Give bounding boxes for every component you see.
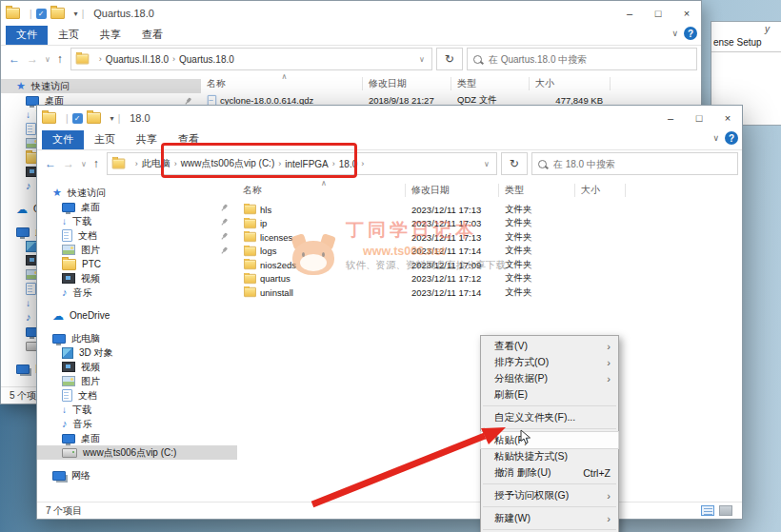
address-dropdown-icon[interactable]: ∨ xyxy=(416,55,428,64)
sidebar-item-music[interactable]: ♪音乐 xyxy=(37,286,237,300)
sidebar-item-onedrive[interactable]: ☁OneDrive xyxy=(37,308,237,323)
up-icon[interactable]: ↑ xyxy=(93,157,99,170)
recent-locations-icon[interactable]: ∨ xyxy=(45,55,50,64)
column-header-name[interactable]: 名称∧ xyxy=(237,184,406,197)
sidebar-item-music[interactable]: ♪音乐 xyxy=(37,417,237,431)
menu-item-paste-shortcut[interactable]: 粘贴快捷方式(S) xyxy=(481,448,618,464)
file-row[interactable]: uninstall 2023/12/11 17:14 文件夹 xyxy=(237,286,742,300)
back-icon[interactable]: ← xyxy=(45,157,56,170)
minimize-button[interactable]: – xyxy=(656,106,685,130)
refresh-icon[interactable]: ↻ xyxy=(436,48,463,70)
column-header-name[interactable]: 名称∧ xyxy=(201,77,363,90)
tab-file[interactable]: 文件 xyxy=(42,130,84,149)
new-folder-icon[interactable] xyxy=(87,112,101,124)
file-row[interactable]: quartus 2023/12/11 17:12 文件夹 xyxy=(237,272,742,286)
back-icon[interactable]: ← xyxy=(9,52,20,66)
file-row[interactable]: nios2eds 2023/12/11 17:09 文件夹 xyxy=(237,258,742,272)
menu-item-new[interactable]: 新建(W)› xyxy=(481,510,618,526)
sidebar-item-desktop[interactable]: 桌面 xyxy=(37,200,237,214)
tab-file[interactable]: 文件 xyxy=(6,26,48,45)
menu-item-group-by[interactable]: 分组依据(P)› xyxy=(481,370,618,386)
menu-item-give-access[interactable]: 授予访问权限(G)› xyxy=(481,487,618,503)
crumb-separator: › xyxy=(361,159,364,168)
column-header-date[interactable]: 修改日期 xyxy=(363,77,451,90)
up-icon[interactable]: ↑ xyxy=(57,52,63,66)
sidebar-item-c-drive[interactable]: www点ts006点vip (C:) xyxy=(37,445,237,460)
refresh-icon[interactable]: ↻ xyxy=(501,152,528,175)
tab-view[interactable]: 查看 xyxy=(131,26,173,45)
divider xyxy=(711,51,781,52)
file-row[interactable]: logs 2023/12/11 17:14 文件夹 xyxy=(237,245,742,259)
sidebar-item-ptc[interactable]: PTC xyxy=(37,257,237,271)
menu-item-customize-folder[interactable]: 自定义文件夹(F)... xyxy=(481,409,618,425)
separator: | xyxy=(30,9,32,19)
breadcrumb-item[interactable]: Quartus.II.18.0 xyxy=(106,54,169,65)
sidebar-item-videos[interactable]: 视频 xyxy=(37,271,237,286)
sidebar-item-this-pc[interactable]: 此电脑 xyxy=(37,331,237,345)
sidebar-item-quick-access[interactable]: ★快速访问 xyxy=(37,186,237,200)
new-folder-icon[interactable] xyxy=(50,8,65,19)
qat-dropdown-icon[interactable]: ▾ xyxy=(110,114,114,123)
sidebar-item-downloads[interactable]: ↓下载 xyxy=(37,214,237,228)
folder-icon xyxy=(244,260,256,269)
column-header-type[interactable]: 类型 xyxy=(451,77,530,90)
minimize-button[interactable]: – xyxy=(615,1,644,26)
folder-icon xyxy=(42,112,56,124)
recent-locations-icon[interactable]: ∨ xyxy=(81,160,87,168)
breadcrumb-item[interactable]: Quartus.18.0 xyxy=(179,54,234,65)
ribbon-collapse-icon[interactable]: ∨ xyxy=(712,133,719,143)
forward-icon[interactable]: → xyxy=(63,157,74,170)
properties-icon[interactable]: ✓ xyxy=(72,113,83,124)
help-icon[interactable]: ? xyxy=(725,131,738,145)
maximize-button[interactable]: □ xyxy=(644,1,672,26)
close-button[interactable]: × xyxy=(672,1,701,26)
tab-share[interactable]: 共享 xyxy=(90,26,131,45)
sidebar-item-pictures[interactable]: 图片 xyxy=(37,374,237,388)
help-icon[interactable]: ? xyxy=(684,27,697,40)
sidebar-item-pictures[interactable]: 图片 xyxy=(37,243,237,257)
file-row[interactable]: licenses 2023/12/11 17:13 文件夹 xyxy=(237,230,742,245)
submenu-arrow-icon: › xyxy=(607,513,611,524)
window-title: Quartus.18.0 xyxy=(93,8,154,19)
sidebar-item-documents[interactable]: 文档 xyxy=(37,228,237,243)
sidebar-item-videos[interactable]: 视频 xyxy=(37,360,237,374)
menu-item-paste[interactable]: 粘贴(P) xyxy=(481,432,618,448)
qat-dropdown-icon[interactable]: ▾ xyxy=(74,10,78,18)
file-row[interactable]: ip 2023/12/11 17:03 文件夹 xyxy=(237,217,742,231)
tab-home[interactable]: 主页 xyxy=(48,26,90,45)
address-bar[interactable]: › Quartus.II.18.0 › Quartus.18.0 ∨ xyxy=(70,48,432,70)
details-view-button[interactable] xyxy=(701,505,714,516)
search-input[interactable] xyxy=(487,53,691,66)
column-header-type[interactable]: 类型 xyxy=(499,184,575,197)
menu-item-sort-by[interactable]: 排序方式(O)› xyxy=(481,354,618,370)
sidebar-item-network[interactable]: 网络 xyxy=(37,468,237,483)
properties-icon[interactable]: ✓ xyxy=(36,9,47,19)
column-header-size[interactable]: 大小 xyxy=(575,184,626,197)
folder-icon xyxy=(244,205,256,214)
menu-item-view[interactable]: 查看(V)› xyxy=(481,338,618,354)
sidebar-item-quick-access[interactable]: ★快速访问 xyxy=(1,79,201,93)
ribbon-collapse-icon[interactable]: ∨ xyxy=(671,29,678,38)
forward-icon[interactable]: → xyxy=(27,52,38,66)
address-dropdown-icon[interactable]: ∨ xyxy=(481,160,492,168)
column-header-date[interactable]: 修改日期 xyxy=(406,184,499,197)
pc-icon xyxy=(52,334,66,344)
menu-item-refresh[interactable]: 刷新(E) xyxy=(481,386,618,403)
submenu-arrow-icon: › xyxy=(607,373,611,384)
search-input[interactable] xyxy=(551,158,731,170)
sidebar-item-downloads[interactable]: ↓下载 xyxy=(37,403,237,417)
file-row[interactable]: hls 2023/12/11 17:13 文件夹 xyxy=(237,203,742,217)
large-icons-view-button[interactable] xyxy=(719,505,732,516)
sidebar-item-3d-objects[interactable]: 3D 对象 xyxy=(37,345,237,360)
license-setup-tab-label: ense Setup xyxy=(713,37,762,48)
menu-separator xyxy=(483,529,616,530)
folder-icon xyxy=(244,232,256,242)
sidebar-item-documents[interactable]: 文档 xyxy=(37,388,237,403)
tab-home[interactable]: 主页 xyxy=(84,130,126,149)
maximize-button[interactable]: □ xyxy=(685,106,713,130)
sidebar-item-desktop[interactable]: 桌面 xyxy=(37,431,237,445)
close-button[interactable]: × xyxy=(713,106,742,130)
menu-item-undo-delete[interactable]: 撤消 删除(U)Ctrl+Z xyxy=(481,464,618,481)
column-header-size[interactable]: 大小 xyxy=(530,77,611,90)
download-icon: ↓ xyxy=(62,217,67,227)
